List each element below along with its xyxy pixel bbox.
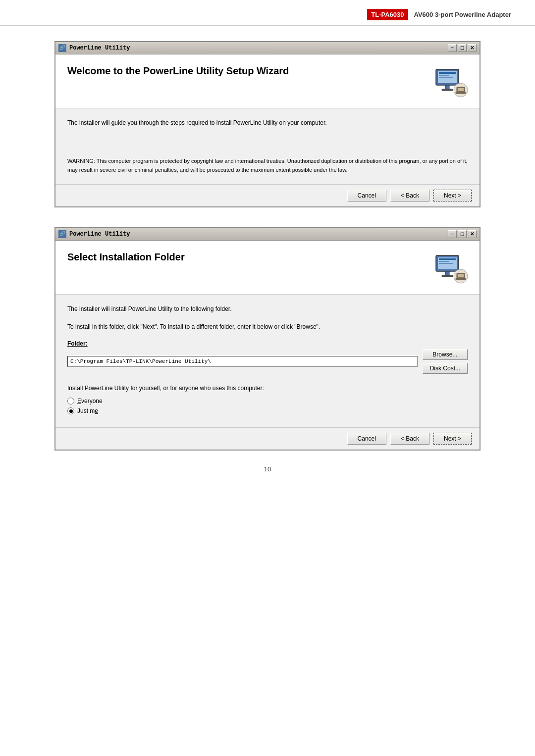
folder-label: Folder:: [67, 340, 468, 347]
wizard-header-2: Select Installation Folder: [55, 241, 480, 295]
svg-rect-17: [442, 275, 453, 277]
title-bar-1: 🔗 PowerLine Utility – ◻ ✕: [55, 42, 480, 54]
svg-rect-3: [439, 75, 449, 76]
justme-label: Just me: [77, 407, 98, 414]
maximize-btn-2[interactable]: ◻: [458, 230, 467, 238]
close-btn-1[interactable]: ✕: [468, 44, 477, 52]
svg-rect-20: [458, 274, 464, 277]
wizard-body-1: The installer will guide you through the…: [55, 108, 480, 184]
install-options: Install PowerLine Utility for yourself, …: [67, 384, 468, 414]
install-for-text: Install PowerLine Utility for yourself, …: [67, 384, 468, 393]
next-button-1[interactable]: Next >: [433, 190, 472, 202]
svg-rect-21: [456, 278, 466, 280]
app-icon-2: 🔗: [58, 230, 66, 238]
svg-rect-2: [439, 72, 456, 74]
model-badge: TL-PA6030: [367, 9, 408, 20]
svg-rect-10: [456, 92, 466, 94]
folder-input-row: Browse... Disk Cost...: [67, 349, 468, 374]
svg-rect-9: [458, 88, 464, 91]
justme-radio[interactable]: [67, 407, 74, 414]
wizard-icon-2: [432, 251, 468, 286]
svg-rect-4: [439, 77, 453, 78]
wizard-footer-1: Cancel < Back Next >: [55, 184, 480, 206]
diskcost-button[interactable]: Disk Cost...: [423, 363, 468, 374]
next-button-2[interactable]: Next >: [433, 433, 472, 445]
install-text2-2: To install in this folder, click "Next".…: [67, 322, 468, 331]
svg-rect-13: [439, 258, 456, 260]
wizard-title-2: Select Installation Folder: [67, 251, 185, 263]
everyone-radio[interactable]: [67, 398, 74, 404]
title-bar-buttons-1: – ◻ ✕: [448, 44, 477, 52]
svg-rect-15: [439, 263, 453, 264]
back-button-2[interactable]: < Back: [390, 433, 429, 445]
app-icon-1: 🔗: [58, 44, 66, 52]
svg-rect-14: [439, 261, 449, 262]
wizard-footer-2: Cancel < Back Next >: [55, 427, 480, 450]
back-button-1[interactable]: < Back: [390, 190, 429, 202]
cancel-button-1[interactable]: Cancel: [347, 190, 386, 202]
product-name: AV600 3-port Powerline Adapter: [410, 9, 516, 20]
wizard-header-1: Welcome to the PowerLine Utility Setup W…: [55, 54, 480, 108]
folder-input[interactable]: [67, 356, 418, 367]
header-bar: TL-PA6030 AV600 3-port Powerline Adapter: [0, 0, 535, 26]
body-text-1: The installer will guide you through the…: [67, 118, 468, 127]
install-text-2: The installer will install PowerLine Uti…: [67, 304, 468, 313]
svg-rect-16: [445, 271, 449, 275]
wizard-body-2: The installer will install PowerLine Uti…: [55, 295, 480, 427]
title-bar-2: 🔗 PowerLine Utility – ◻ ✕: [55, 228, 480, 241]
everyone-label: Everyone: [77, 398, 103, 404]
svg-rect-6: [442, 89, 453, 91]
warning-text-1: WARNING: This computer program is protec…: [67, 157, 468, 174]
close-btn-2[interactable]: ✕: [468, 230, 477, 238]
minimize-btn-1[interactable]: –: [448, 44, 457, 52]
wizard-title-1: Welcome to the PowerLine Utility Setup W…: [67, 64, 289, 77]
title-bar-text-2: PowerLine Utility: [69, 231, 445, 238]
justme-option[interactable]: Just me: [67, 407, 468, 414]
cancel-button-2[interactable]: Cancel: [347, 433, 386, 445]
minimize-btn-2[interactable]: –: [448, 230, 457, 238]
maximize-btn-1[interactable]: ◻: [458, 44, 467, 52]
wizard-window-1: 🔗 PowerLine Utility – ◻ ✕ Welcome to the…: [54, 41, 481, 207]
page-number: 10: [0, 451, 535, 483]
page-content: 🔗 PowerLine Utility – ◻ ✕ Welcome to the…: [0, 41, 535, 451]
title-bar-buttons-2: – ◻ ✕: [448, 230, 477, 238]
wizard-icon-1: [432, 64, 468, 100]
everyone-option[interactable]: Everyone: [67, 398, 468, 404]
title-bar-text-1: PowerLine Utility: [69, 45, 445, 51]
wizard-window-2: 🔗 PowerLine Utility – ◻ ✕ Select Install…: [54, 227, 481, 451]
browse-col: Browse... Disk Cost...: [423, 349, 468, 374]
browse-button[interactable]: Browse...: [423, 349, 468, 360]
svg-rect-5: [445, 85, 449, 89]
